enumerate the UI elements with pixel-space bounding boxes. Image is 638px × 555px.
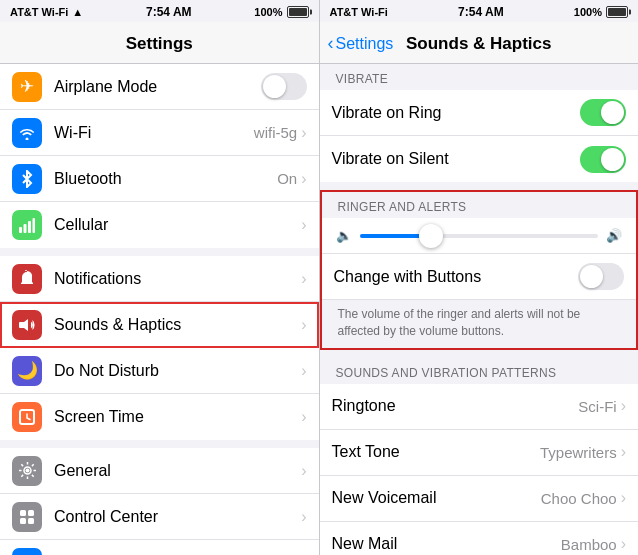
battery-text-left: 100% <box>254 6 282 18</box>
vibrate-group: VIBRATE Vibrate on Ring Vibrate on Silen… <box>320 64 639 182</box>
vibrate-header: VIBRATE <box>320 64 639 90</box>
svg-rect-1 <box>24 224 27 233</box>
general-chevron: › <box>301 462 306 480</box>
new-mail-value: Bamboo <box>561 536 617 553</box>
text-tone-label: Text Tone <box>332 443 540 461</box>
sounds-icon <box>12 310 42 340</box>
svg-rect-3 <box>33 218 36 233</box>
ringer-slider-row: 🔈 🔊 <box>322 218 637 254</box>
svg-point-5 <box>25 469 29 473</box>
patterns-header: SOUNDS AND VIBRATION PATTERNS <box>320 358 639 384</box>
text-tone-row[interactable]: Text Tone Typewriters › <box>320 430 639 476</box>
ringtone-chevron: › <box>621 397 626 415</box>
ringer-footer: The volume of the ringer and alerts will… <box>322 300 637 348</box>
bluetooth-label: Bluetooth <box>54 170 277 188</box>
nav-bar-right: ‹ Settings Sounds & Haptics <box>320 22 639 64</box>
group-3: General › Control Center › AA Display & <box>0 448 319 555</box>
group-1: ✈ Airplane Mode Wi-Fi wifi-5g › <box>0 64 319 248</box>
sounds-haptics-title: Sounds & Haptics <box>406 34 551 54</box>
new-voicemail-label: New Voicemail <box>332 489 541 507</box>
general-icon <box>12 456 42 486</box>
sounds-content: VIBRATE Vibrate on Ring Vibrate on Silen… <box>320 64 639 555</box>
svg-rect-10 <box>28 518 34 524</box>
cellular-icon <box>12 210 42 240</box>
vibrate-silent-toggle[interactable] <box>580 146 626 173</box>
carrier-left: AT&T Wi-Fi <box>10 6 68 18</box>
sidebar-item-notifications[interactable]: Notifications › <box>0 256 319 302</box>
screen-time-chevron: › <box>301 408 306 426</box>
screen-time-label: Screen Time <box>54 408 301 426</box>
patterns-group: SOUNDS AND VIBRATION PATTERNS Ringtone S… <box>320 358 639 555</box>
text-tone-value: Typewriters <box>540 444 617 461</box>
settings-title: Settings <box>126 34 193 54</box>
time-right: 7:54 AM <box>458 5 504 19</box>
left-pane: AT&T Wi-Fi ▲ 7:54 AM 100% Settings ✈ Air… <box>0 0 320 555</box>
sidebar-item-sounds-haptics[interactable]: Sounds & Haptics › <box>0 302 319 348</box>
battery-icon-right <box>606 6 628 18</box>
new-voicemail-chevron: › <box>621 489 626 507</box>
ringer-group: RINGER AND ALERTS 🔈 🔊 Change with Button… <box>320 190 639 350</box>
svg-rect-9 <box>20 518 26 524</box>
vibrate-silent-label: Vibrate on Silent <box>332 150 581 168</box>
notifications-label: Notifications <box>54 270 301 288</box>
change-buttons-label: Change with Buttons <box>334 268 579 286</box>
svg-rect-0 <box>19 227 22 233</box>
dnd-label: Do Not Disturb <box>54 362 301 380</box>
back-chevron: ‹ <box>328 33 334 54</box>
change-with-buttons-row[interactable]: Change with Buttons <box>322 254 637 300</box>
wifi-icon <box>12 118 42 148</box>
text-tone-chevron: › <box>621 443 626 461</box>
control-center-chevron: › <box>301 508 306 526</box>
sidebar-item-do-not-disturb[interactable]: 🌙 Do Not Disturb › <box>0 348 319 394</box>
battery-icon-left <box>287 6 309 18</box>
airplane-icon: ✈ <box>12 72 42 102</box>
svg-rect-8 <box>28 510 34 516</box>
wifi-value: wifi-5g <box>254 124 297 141</box>
airplane-label: Airplane Mode <box>54 78 261 96</box>
ringer-header: RINGER AND ALERTS <box>322 192 637 218</box>
sidebar-item-wifi[interactable]: Wi-Fi wifi-5g › <box>0 110 319 156</box>
back-button[interactable]: ‹ Settings <box>328 33 394 54</box>
cellular-chevron: › <box>301 216 306 234</box>
general-label: General <box>54 462 301 480</box>
control-center-label: Control Center <box>54 508 301 526</box>
volume-high-icon: 🔊 <box>606 228 622 243</box>
bluetooth-value: On <box>277 170 297 187</box>
dnd-icon: 🌙 <box>12 356 42 386</box>
sidebar-item-screen-time[interactable]: Screen Time › <box>0 394 319 440</box>
sidebar-item-cellular[interactable]: Cellular › <box>0 202 319 248</box>
ringtone-value: Sci-Fi <box>578 398 616 415</box>
new-mail-label: New Mail <box>332 535 561 553</box>
display-icon: AA <box>12 548 42 556</box>
new-voicemail-row[interactable]: New Voicemail Choo Choo › <box>320 476 639 522</box>
dnd-chevron: › <box>301 362 306 380</box>
sidebar-item-bluetooth[interactable]: Bluetooth On › <box>0 156 319 202</box>
wifi-label: Wi-Fi <box>54 124 254 142</box>
ringer-slider-track <box>360 234 599 238</box>
sidebar-item-display-brightness[interactable]: AA Display & Brightness › <box>0 540 319 555</box>
back-label: Settings <box>336 35 394 53</box>
ringer-slider-thumb[interactable] <box>419 224 443 248</box>
notifications-icon <box>12 264 42 294</box>
notifications-chevron: › <box>301 270 306 288</box>
change-buttons-toggle[interactable] <box>578 263 624 290</box>
new-mail-chevron: › <box>621 535 626 553</box>
airplane-toggle[interactable] <box>261 73 307 100</box>
vibrate-ring-toggle[interactable] <box>580 99 626 126</box>
vibrate-ring-label: Vibrate on Ring <box>332 104 581 122</box>
volume-low-icon: 🔈 <box>336 228 352 243</box>
bluetooth-icon <box>12 164 42 194</box>
new-mail-row[interactable]: New Mail Bamboo › <box>320 522 639 555</box>
ringtone-label: Ringtone <box>332 397 579 415</box>
sidebar-item-general[interactable]: General › <box>0 448 319 494</box>
nav-bar-left: Settings <box>0 22 319 64</box>
svg-rect-2 <box>28 221 31 233</box>
sidebar-item-control-center[interactable]: Control Center › <box>0 494 319 540</box>
sidebar-item-airplane-mode[interactable]: ✈ Airplane Mode <box>0 64 319 110</box>
settings-list: ✈ Airplane Mode Wi-Fi wifi-5g › <box>0 64 319 555</box>
time-left: 7:54 AM <box>146 5 192 19</box>
vibrate-on-silent-row[interactable]: Vibrate on Silent <box>320 136 639 182</box>
sounds-label: Sounds & Haptics <box>54 316 301 334</box>
ringtone-row[interactable]: Ringtone Sci-Fi › <box>320 384 639 430</box>
vibrate-on-ring-row[interactable]: Vibrate on Ring <box>320 90 639 136</box>
